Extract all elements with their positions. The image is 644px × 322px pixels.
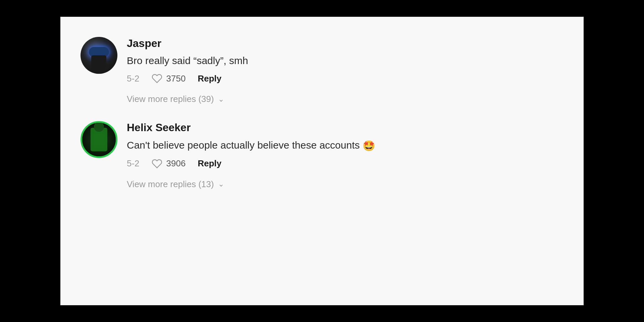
heart-icon: [152, 158, 162, 169]
comment-text: Bro really said “sadly”, smh: [127, 54, 564, 68]
comment-date: 5-2: [127, 158, 140, 169]
avatar-inner: [82, 123, 116, 156]
comment-emoji: 🤩: [363, 140, 375, 151]
avatar-figure: [91, 128, 107, 151]
view-more-replies-button[interactable]: View more replies (39) ⌄: [127, 91, 564, 111]
chevron-down-icon: ⌄: [218, 95, 224, 104]
comment-item: Helix Seeker Can't believe people actual…: [80, 114, 564, 172]
username: Jasper: [127, 37, 564, 50]
comment-body: Jasper Bro really said “sadly”, smh 5-2 …: [127, 37, 564, 84]
view-replies-text: View more replies (39): [127, 94, 214, 104]
view-more-replies-button[interactable]: View more replies (13) ⌄: [127, 176, 564, 196]
like-button[interactable]: 3906: [152, 158, 186, 169]
heart-icon: [152, 73, 162, 84]
avatar: [80, 37, 117, 74]
reply-button[interactable]: Reply: [198, 73, 221, 84]
like-count: 3906: [166, 158, 186, 169]
view-replies-text: View more replies (13): [127, 179, 214, 190]
like-button[interactable]: 3750: [152, 73, 186, 84]
comment-text-content: Can't believe people actually believe th…: [127, 140, 360, 151]
like-count: 3750: [166, 73, 186, 84]
comment-actions: 5-2 3750 Reply: [127, 73, 564, 84]
username: Helix Seeker: [127, 121, 564, 134]
comment-date: 5-2: [127, 73, 140, 84]
comment-text: Can't believe people actually believe th…: [127, 138, 564, 153]
chevron-down-icon: ⌄: [218, 180, 224, 189]
comments-section: Jasper Bro really said “sadly”, smh 5-2 …: [60, 17, 584, 305]
reply-button[interactable]: Reply: [198, 158, 221, 169]
avatar: [80, 121, 117, 158]
comment-actions: 5-2 3906 Reply: [127, 158, 564, 169]
comment-item: Jasper Bro really said “sadly”, smh 5-2 …: [80, 30, 564, 87]
comment-body: Helix Seeker Can't believe people actual…: [127, 121, 564, 169]
